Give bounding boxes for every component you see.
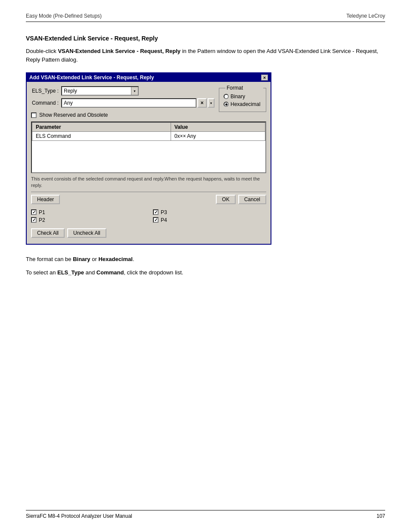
col-header-value: Value (171, 123, 265, 132)
port-checkbox-p3[interactable]: ✓ (153, 209, 159, 215)
command-input[interactable]: Any (61, 98, 196, 108)
dialog-bottom-section: Header OK Cancel ✓P1✓P3✓P2✓P4 Check All … (31, 192, 266, 240)
format-group: Format Binary Hexadecimal (219, 88, 266, 112)
binary-label: Binary (230, 93, 245, 100)
port-checkbox-item[interactable]: ✓P4 (153, 217, 266, 223)
dialog-body: ELS_Type : Reply ▼ Command : (27, 82, 271, 244)
info-text: This event consists of the selected comm… (31, 176, 266, 189)
cancel-button[interactable]: Cancel (238, 195, 266, 204)
intro-text: Double-click VSAN-Extended Link Service … (26, 47, 385, 64)
binary-radio-row[interactable]: Binary (224, 93, 262, 100)
command-clear-button[interactable]: × (197, 98, 207, 108)
check-all-button[interactable]: Check All (31, 228, 65, 238)
format-options: Binary Hexadecimal (224, 93, 262, 107)
hexadecimal-radio-row[interactable]: Hexadecimal (224, 101, 262, 107)
header-right: Teledyne LeCroy (346, 13, 385, 19)
page-footer: SierraFC M8-4 Protocol Analyzer User Man… (26, 510, 385, 519)
show-reserved-row[interactable]: Show Reserved and Obsolete (31, 112, 266, 118)
port-checkbox-label: P2 (39, 217, 45, 223)
show-reserved-label: Show Reserved and Obsolete (39, 112, 108, 118)
ok-button[interactable]: OK (216, 195, 235, 204)
port-checkbox-label: P4 (161, 217, 167, 223)
port-checkbox-p4[interactable]: ✓ (153, 217, 159, 223)
els-type-input[interactable]: Reply ▼ (61, 86, 215, 96)
dialog-titlebar: Add VSAN-Extended Link Service - Request… (27, 73, 271, 82)
port-checkbox-label: P1 (39, 209, 45, 215)
command-row: Command : Any × ▼ (31, 98, 215, 108)
page-header: Easy Mode (Pre-Defined Setups) Teledyne … (26, 13, 385, 22)
els-type-label: ELS_Type : (31, 88, 61, 94)
col-header-parameter: Parameter (32, 123, 171, 132)
els-type-row: ELS_Type : Reply ▼ (31, 86, 215, 96)
body-text-2: To select an ELS_Type and Command, click… (26, 268, 385, 277)
port-checkbox-item[interactable]: ✓P3 (153, 209, 266, 215)
hexadecimal-radio[interactable] (224, 102, 229, 107)
command-field: Any × ▼ (61, 98, 215, 108)
format-group-container: Format Binary Hexadecimal (219, 88, 266, 112)
dialog-title: Add VSAN-Extended Link Service - Request… (29, 75, 154, 81)
port-checkbox-grid: ✓P1✓P3✓P2✓P4 (31, 207, 266, 226)
show-reserved-checkbox[interactable] (31, 112, 37, 118)
close-button[interactable]: × (261, 75, 268, 81)
els-type-value: Reply (62, 88, 131, 94)
port-checkbox-p2[interactable]: ✓ (31, 217, 37, 223)
command-dropdown-arrow[interactable]: ▼ (208, 98, 215, 108)
hexadecimal-label: Hexadecimal (230, 101, 260, 107)
command-label: Command : (31, 100, 61, 106)
parameter-table-area: Parameter Value ELS Command0x×× Any (31, 121, 266, 173)
els-type-select[interactable]: Reply ▼ (61, 86, 139, 96)
table-row-parameter: ELS Command (32, 132, 171, 141)
section-title: VSAN-Extended Link Service - Request, Re… (26, 35, 385, 42)
header-left: Easy Mode (Pre-Defined Setups) (26, 13, 102, 19)
format-group-title: Format (225, 85, 263, 91)
binary-radio[interactable] (224, 94, 229, 99)
els-type-dropdown-arrow[interactable]: ▼ (131, 87, 138, 95)
port-checkbox-label: P3 (161, 209, 167, 215)
dialog-fields: ELS_Type : Reply ▼ Command : (31, 86, 215, 110)
bottom-row-buttons: Header OK Cancel (31, 192, 266, 207)
port-checkbox-p1[interactable]: ✓ (31, 209, 37, 215)
header-button[interactable]: Header (31, 195, 60, 204)
port-checkbox-item[interactable]: ✓P2 (31, 217, 144, 223)
parameter-table: Parameter Value ELS Command0x×× Any (32, 122, 265, 141)
dialog-window: Add VSAN-Extended Link Service - Request… (26, 72, 271, 245)
body-text-1: The format can be Binary or Hexadecimal. (26, 255, 385, 264)
table-row-value: 0x×× Any (171, 132, 265, 141)
uncheck-all-button[interactable]: Uncheck All (67, 228, 106, 238)
footer-right: 107 (377, 513, 385, 519)
action-buttons-row: Check All Uncheck All (31, 226, 266, 240)
port-checkbox-item[interactable]: ✓P1 (31, 209, 144, 215)
footer-left: SierraFC M8-4 Protocol Analyzer User Man… (26, 513, 132, 519)
